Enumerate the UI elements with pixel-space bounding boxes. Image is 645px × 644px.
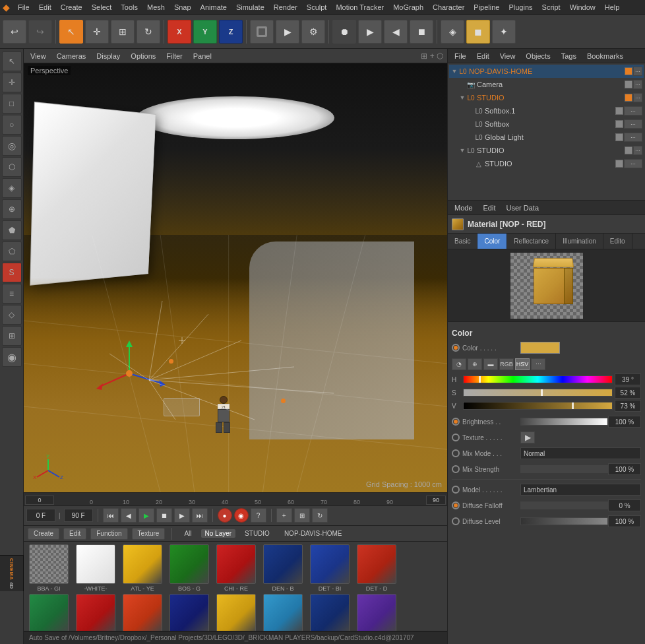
hsv-mode-btn[interactable]: HSV bbox=[515, 358, 530, 370]
material-item-10[interactable]: HOU - R bbox=[120, 594, 165, 631]
move-tool-button[interactable]: ✛ bbox=[85, 20, 109, 44]
menu-character[interactable]: Character bbox=[429, 2, 468, 13]
mat-filter-studio[interactable]: STUDIO bbox=[239, 529, 275, 538]
viewport-menu-cameras[interactable]: Cameras bbox=[54, 51, 89, 61]
mixstrength-radio[interactable] bbox=[452, 465, 460, 473]
auto-record-button[interactable]: ◉ bbox=[234, 508, 249, 523]
redo-button[interactable]: ↪ bbox=[28, 20, 52, 44]
scale-tool-button[interactable]: ⊞ bbox=[111, 20, 135, 44]
obj-row-studio-2[interactable]: ▼ L0 STUDIO ⋯ bbox=[449, 144, 644, 157]
menu-select[interactable]: Select bbox=[88, 2, 116, 13]
material-item-6[interactable]: DET - BI bbox=[307, 544, 352, 592]
brush-button[interactable]: ✦ bbox=[492, 20, 516, 44]
material-item-13[interactable]: OKC - G bbox=[261, 594, 305, 631]
tab-editor[interactable]: Edito bbox=[603, 234, 632, 249]
obj-row-global-light[interactable]: L0 Global Light ⋯ bbox=[449, 131, 644, 144]
brightness-value[interactable]: 100 % bbox=[608, 416, 641, 428]
diffuse-falloff-value[interactable]: 0 % bbox=[608, 499, 641, 511]
select-tool-button[interactable]: ↖ bbox=[59, 20, 83, 44]
texture-radio[interactable] bbox=[452, 434, 460, 441]
material-item-0[interactable]: BBA - GI bbox=[26, 544, 71, 592]
mix-strength-slider[interactable] bbox=[520, 465, 608, 473]
tab-reflectance[interactable]: Reflectance bbox=[507, 234, 556, 249]
diffuse-falloff-radio[interactable] bbox=[452, 501, 460, 509]
tool-xpresso[interactable]: ⊞ bbox=[2, 326, 22, 346]
hier-menu-view[interactable]: View bbox=[497, 51, 518, 61]
material-item-9[interactable]: HOU - R bbox=[73, 594, 118, 631]
diffuse-level-slider[interactable] bbox=[520, 517, 608, 525]
tool-circle[interactable]: ○ bbox=[2, 115, 22, 135]
hsv-picker-btn[interactable]: ⊕ bbox=[468, 358, 482, 370]
viewport-menu-filter[interactable]: Filter bbox=[164, 51, 185, 61]
mat-texture-button[interactable]: Texture bbox=[132, 528, 166, 540]
v-slider[interactable] bbox=[463, 402, 613, 410]
play-forward-button[interactable]: ▶ bbox=[358, 20, 382, 44]
tool-camera[interactable]: ⊕ bbox=[2, 199, 22, 219]
attr-menu-mode[interactable]: Mode bbox=[452, 203, 476, 212]
render-settings-button[interactable]: ⚙ bbox=[301, 20, 325, 44]
keyframe-nav-button[interactable]: ⊞ bbox=[294, 508, 310, 523]
obj-expand-sb1[interactable] bbox=[466, 107, 474, 115]
mix-mode-dropdown[interactable]: Normal bbox=[520, 447, 641, 459]
menu-sculpt[interactable]: Sculpt bbox=[303, 2, 331, 13]
mat-edit-button[interactable]: Edit bbox=[63, 528, 86, 540]
tool-polygon[interactable]: ⬠ bbox=[2, 242, 22, 261]
viewport-menu-view[interactable]: View bbox=[28, 51, 49, 61]
stop-button[interactable]: ⏹ bbox=[410, 20, 433, 44]
obj-expand-nop[interactable]: ▼ bbox=[450, 67, 458, 75]
menu-snap[interactable]: Snap bbox=[170, 2, 195, 13]
mixmode-radio[interactable] bbox=[452, 449, 460, 457]
rotate-tool-button[interactable]: ↻ bbox=[137, 20, 160, 44]
tool-ring[interactable]: ◎ bbox=[2, 136, 22, 156]
tab-color[interactable]: Color bbox=[477, 234, 507, 249]
refresh-button[interactable]: ↻ bbox=[312, 508, 328, 523]
hsv-hex-btn[interactable]: ⋯ bbox=[531, 358, 545, 370]
attr-menu-edit[interactable]: Edit bbox=[481, 203, 499, 212]
menu-simulate[interactable]: Simulate bbox=[232, 2, 268, 13]
h-value[interactable]: 39 ° bbox=[615, 373, 641, 385]
material-item-7[interactable]: DET - D bbox=[354, 544, 399, 592]
hier-menu-edit[interactable]: Edit bbox=[474, 51, 492, 61]
hier-menu-objects[interactable]: Objects bbox=[523, 51, 553, 61]
play-button[interactable]: ▶ bbox=[138, 508, 154, 523]
mat-create-button[interactable]: Create bbox=[28, 528, 59, 540]
obj-expand-studio1[interactable]: ▼ bbox=[458, 94, 466, 102]
menu-edit[interactable]: Edit bbox=[35, 2, 55, 13]
obj-row-softbox[interactable]: L0 Softbox ⋯ bbox=[449, 117, 644, 131]
hsv-rgb-btn[interactable]: RGB bbox=[499, 358, 514, 370]
tool-move[interactable]: ✛ bbox=[2, 73, 22, 92]
hsv-wheel-btn[interactable]: ◔ bbox=[452, 358, 466, 370]
menu-window[interactable]: Window bbox=[566, 2, 599, 13]
mat-filter-nolayer[interactable]: No Layer bbox=[201, 529, 236, 538]
texture-add-btn[interactable]: ▶ bbox=[520, 432, 535, 443]
menu-script[interactable]: Script bbox=[538, 2, 565, 13]
menu-mesh[interactable]: Mesh bbox=[143, 2, 169, 13]
obj-expand-studio2[interactable]: ▼ bbox=[458, 146, 466, 154]
brightness-radio[interactable] bbox=[452, 418, 460, 426]
tool-box[interactable]: □ bbox=[2, 94, 22, 113]
next-frame-button[interactable]: ▶ bbox=[174, 508, 190, 523]
texture-button[interactable]: ◼ bbox=[466, 20, 490, 44]
obj-row-softbox1[interactable]: L0 Softbox.1 ⋯ bbox=[449, 104, 644, 117]
model-radio[interactable] bbox=[452, 486, 460, 494]
viewport-menu-options[interactable]: Options bbox=[128, 51, 158, 61]
record-button[interactable]: ⏺ bbox=[332, 20, 356, 44]
prev-frame-button[interactable]: ◀ bbox=[121, 508, 137, 523]
stop-tl-button[interactable]: ⏹ bbox=[156, 508, 172, 523]
color-swatch[interactable] bbox=[520, 342, 560, 354]
menu-help[interactable]: Help bbox=[601, 2, 624, 13]
viewport-3d[interactable]: 21 bbox=[24, 63, 447, 492]
mat-filter-all[interactable]: All bbox=[179, 529, 197, 538]
tool-spline[interactable]: ⬟ bbox=[2, 220, 22, 240]
tool-layer[interactable]: ≡ bbox=[2, 284, 22, 304]
material-item-12[interactable]: IND - YE bbox=[214, 594, 259, 631]
menu-plugins[interactable]: Plugins bbox=[505, 2, 536, 13]
play-backward-button[interactable]: ◀ bbox=[384, 20, 408, 44]
menu-file[interactable]: File bbox=[14, 2, 34, 13]
tool-snap[interactable]: S bbox=[2, 263, 22, 282]
obj-expand-gl[interactable] bbox=[466, 133, 474, 141]
render-button[interactable]: ▶ bbox=[276, 20, 299, 44]
mix-strength-value[interactable]: 100 % bbox=[608, 463, 641, 475]
timeline-ruler[interactable]: 0 0 10 20 30 40 50 60 70 80 90 90 bbox=[24, 493, 447, 506]
tab-illumination[interactable]: Illumination bbox=[556, 234, 603, 249]
